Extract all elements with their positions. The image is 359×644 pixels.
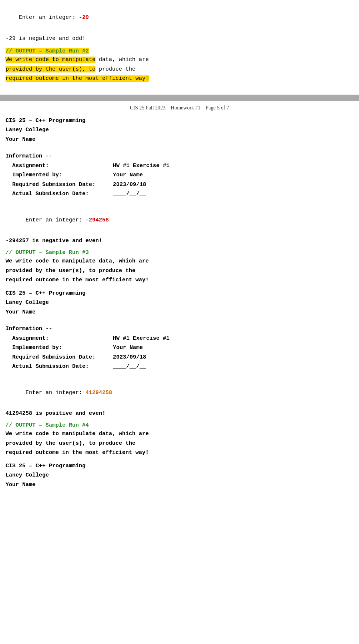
section3: CIS 25 – C++ Programming Laney College Y… (6, 461, 353, 490)
s1-title1: CIS 25 – C++ Programming (6, 116, 353, 126)
s1-title2: Laney College (6, 125, 353, 135)
s1-required-label: Required Submission Date: (6, 180, 113, 190)
s1-implemented-row: Implemented by: Your Name (6, 170, 353, 180)
s2-assignment-row: Assignment: HW #1 Exercise #1 (6, 334, 353, 343)
s2-actual-label: Actual Submission Date: (6, 362, 113, 372)
s1-enter-line: Enter an integer: -294258 (6, 207, 353, 234)
s2-title2: Laney College (6, 298, 353, 308)
s2-enter-line: Enter an integer: 41294258 (6, 380, 353, 406)
s2-required-label: Required Submission Date: (6, 353, 113, 362)
sample3-block: // OUTPUT – Sample Run #3 We write code … (6, 250, 353, 285)
sample4-header: // OUTPUT – Sample Run #4 (6, 422, 89, 428)
s1-info-label: Information -- (6, 152, 353, 161)
sample3-header: // OUTPUT – Sample Run #3 (6, 250, 89, 256)
sample2-line2-rest: produce the (95, 66, 135, 72)
sample2-line2: provided by the user(s), to produce the (6, 65, 353, 74)
s1-implemented-value: Your Name (113, 170, 143, 180)
enter-integer-line1: Enter an integer: -29 (6, 4, 353, 31)
s3-title2: Laney College (6, 471, 353, 480)
sample3-header-line: // OUTPUT – Sample Run #3 (6, 250, 353, 256)
sample3-line2: provided by the user(s), to produce the (6, 266, 353, 276)
s2-assignment-label: Assignment: (6, 334, 113, 343)
section1: CIS 25 – C++ Programming Laney College Y… (6, 116, 353, 248)
top-section: Enter an integer: -29 -29 is negative an… (0, 0, 359, 91)
sample2-line1-rest: data, which are (95, 57, 149, 63)
s1-assignment-label: Assignment: (6, 161, 113, 171)
s1-actual-value: ____/__/__ (113, 189, 146, 199)
s2-implemented-label: Implemented by: (6, 343, 113, 353)
page-section: CIS 25 Fall 2023 – Homework #1 – Page 5 … (0, 101, 359, 497)
result-line1: -29 is negative and odd! (6, 34, 353, 43)
section2: CIS 25 – C++ Programming Laney College Y… (6, 289, 353, 420)
sample4-line3: required outcome in the most efficient w… (6, 448, 353, 458)
sample2-line1: We write code to manipulate data, which … (6, 55, 353, 65)
sample4-line1: We write code to manipulate data, which … (6, 429, 353, 439)
s1-info-block: Information -- Assignment: HW #1 Exercis… (6, 152, 353, 199)
s2-required-row: Required Submission Date: 2023/09/18 (6, 353, 353, 362)
s1-actual-row: Actual Submission Date: ____/__/__ (6, 189, 353, 199)
sample3-line3: required outcome in the most efficient w… (6, 275, 353, 285)
s2-actual-value: ____/__/__ (113, 362, 146, 372)
s1-result: -294257 is negative and even! (6, 236, 353, 246)
s1-assignment-row: Assignment: HW #1 Exercise #1 (6, 161, 353, 171)
s2-actual-row: Actual Submission Date: ____/__/__ (6, 362, 353, 372)
s2-enter-value: 41294258 (85, 390, 112, 396)
s2-enter-label: Enter an integer: (26, 390, 85, 396)
s1-implemented-label: Implemented by: (6, 170, 113, 180)
s1-actual-label: Actual Submission Date: (6, 189, 113, 199)
sample2-line2-highlight: provided by the user(s), to (6, 66, 95, 72)
s3-title3: Your Name (6, 480, 353, 490)
s2-implemented-row: Implemented by: Your Name (6, 343, 353, 353)
s2-title3: Your Name (6, 308, 353, 317)
s1-assignment-value: HW #1 Exercise #1 (113, 161, 170, 171)
s2-title1: CIS 25 – C++ Programming (6, 289, 353, 298)
sample4-header-line: // OUTPUT – Sample Run #4 (6, 422, 353, 428)
s3-title1: CIS 25 – C++ Programming (6, 461, 353, 471)
page-header: CIS 25 Fall 2023 – Homework #1 – Page 5 … (6, 105, 353, 111)
s2-assignment-value: HW #1 Exercise #1 (113, 334, 170, 343)
s2-required-value: 2023/09/18 (113, 353, 146, 362)
s1-title3: Your Name (6, 135, 353, 145)
sample2-header-text: // OUTPUT – Sample Run #2 (6, 48, 89, 54)
s2-info-block: Information -- Assignment: HW #1 Exercis… (6, 324, 353, 372)
sample4-block: // OUTPUT – Sample Run #4 We write code … (6, 422, 353, 458)
sample2-header: // OUTPUT – Sample Run #2 (6, 48, 353, 54)
s2-info-label: Information -- (6, 324, 353, 334)
s1-required-row: Required Submission Date: 2023/09/18 (6, 180, 353, 190)
s2-result: 41294258 is positive and even! (6, 409, 353, 418)
s1-enter-label: Enter an integer: (26, 217, 85, 223)
s1-required-value: 2023/09/18 (113, 180, 146, 190)
enter-value-1: -29 (79, 14, 89, 21)
s2-implemented-value: Your Name (113, 343, 143, 353)
sample2-line1-highlight: We write code to manipulate (6, 57, 95, 63)
sample3-line1: We write code to manipulate data, which … (6, 257, 353, 266)
s1-enter-value: -294258 (85, 217, 109, 223)
page-divider (0, 95, 359, 101)
sample2-line3: required outcome in the most efficient w… (6, 74, 353, 84)
enter-label: Enter an integer: (19, 14, 79, 21)
sample4-line2: provided by the user(s), to produce the (6, 439, 353, 448)
sample2-line3-highlight: required outcome in the most efficient w… (6, 75, 149, 82)
